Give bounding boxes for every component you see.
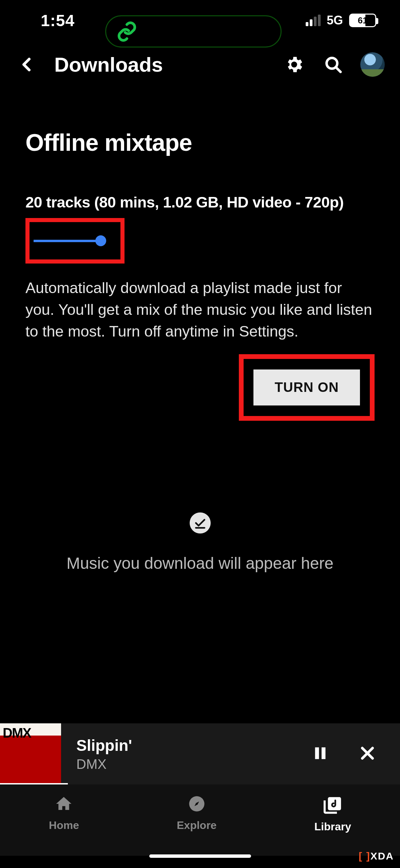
mini-player-info[interactable]: Slippin' DMX: [61, 736, 312, 772]
track-artist: DMX: [76, 757, 312, 772]
close-button[interactable]: [359, 744, 376, 763]
slider-highlight-box: [25, 218, 125, 264]
network-label: 5G: [327, 13, 343, 28]
bottom-nav: Home Explore Library: [0, 784, 400, 856]
nav-home[interactable]: Home: [49, 795, 79, 832]
tracks-slider[interactable]: [34, 240, 100, 242]
mixtape-description: Automatically download a playlist made j…: [25, 277, 375, 342]
battery-pct: 61: [358, 15, 368, 26]
app-header: Downloads: [0, 41, 400, 88]
main-content: Offline mixtape 20 tracks (80 mins, 1.02…: [0, 88, 400, 573]
mixtape-summary: 20 tracks (80 mins, 1.02 GB, HD video - …: [25, 194, 375, 211]
button-highlight-box: TURN ON: [239, 354, 375, 421]
compass-icon: [188, 795, 206, 813]
gear-icon: [284, 54, 304, 75]
search-button[interactable]: [321, 53, 345, 76]
nav-explore[interactable]: Explore: [177, 795, 216, 832]
svg-rect-4: [322, 747, 326, 759]
track-title: Slippin': [76, 736, 312, 755]
home-indicator[interactable]: [149, 854, 251, 858]
pause-icon: [312, 744, 328, 762]
page-title: Downloads: [54, 53, 163, 76]
signal-icon: [306, 15, 321, 26]
turn-on-button[interactable]: TURN ON: [253, 369, 360, 405]
svg-line-1: [336, 67, 341, 72]
nav-library-label: Library: [314, 820, 351, 833]
status-bar: 1:54 5G 61: [0, 0, 400, 41]
nav-explore-label: Explore: [177, 819, 216, 832]
dynamic-island: [105, 15, 282, 48]
library-icon: [323, 795, 343, 814]
mixtape-title: Offline mixtape: [25, 129, 375, 156]
pause-button[interactable]: [312, 744, 328, 764]
mini-player-controls: [312, 744, 400, 764]
close-icon: [359, 744, 376, 762]
slider-thumb[interactable]: [95, 235, 106, 246]
nav-home-label: Home: [49, 819, 79, 832]
link-icon: [116, 21, 137, 42]
avatar[interactable]: [360, 52, 385, 77]
battery-icon: 61: [349, 14, 376, 27]
search-icon: [323, 55, 343, 74]
downloaded-icon: [190, 512, 211, 534]
empty-state: Music you download will appear here: [25, 512, 375, 573]
chevron-left-icon: [19, 53, 35, 76]
status-right: 5G 61: [306, 13, 376, 28]
album-art[interactable]: DMX: [0, 723, 61, 784]
back-button[interactable]: [15, 53, 39, 76]
mini-player[interactable]: DMX Slippin' DMX: [0, 723, 400, 784]
status-time: 1:54: [41, 11, 75, 30]
watermark: [ ]XDA: [359, 850, 394, 862]
home-icon: [55, 795, 73, 813]
empty-message: Music you download will appear here: [25, 554, 375, 573]
settings-button[interactable]: [282, 53, 306, 76]
svg-rect-3: [315, 747, 319, 759]
nav-library[interactable]: Library: [314, 795, 351, 833]
